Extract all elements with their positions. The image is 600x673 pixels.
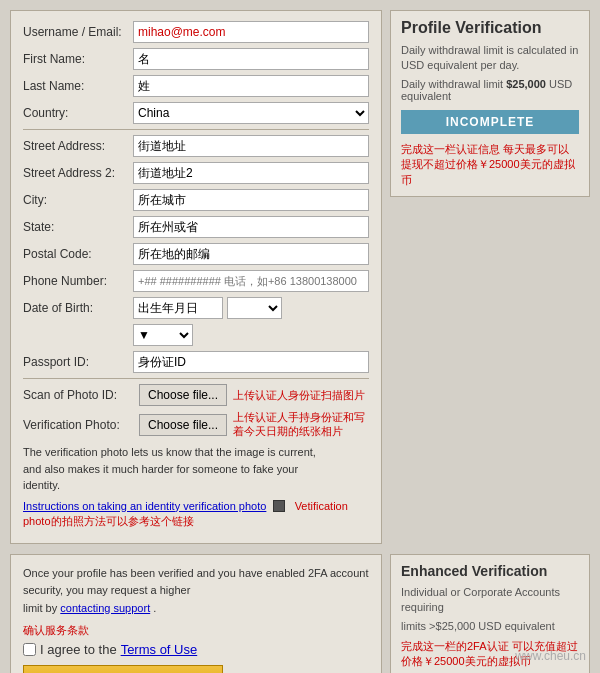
bottom-left-panel: Once your profile has been verified and …	[10, 554, 382, 674]
passport-input[interactable]	[133, 351, 369, 373]
bottom-text4: .	[153, 602, 156, 614]
lastname-label: Last Name:	[23, 79, 133, 93]
watermark: www.cheu.cn	[515, 649, 586, 663]
pv-limit-text: Daily withdrawal limit	[401, 78, 503, 90]
street2-row: Street Address 2:	[23, 162, 369, 184]
scan-choose-button[interactable]: Choose file...	[139, 384, 227, 406]
street-input[interactable]	[133, 135, 369, 157]
verification-text2: and also makes it much harder for someon…	[23, 463, 298, 475]
gender-select[interactable]: ▼	[133, 324, 193, 346]
verification-note: 上传认证人手持身份证和写着今天日期的纸张相片	[233, 411, 369, 439]
pv-note: 完成这一栏认证信息 每天最多可以提现不超过价格￥25000美元的虚拟币	[401, 142, 579, 188]
bottom-text: Once your profile has been verified and …	[23, 565, 369, 618]
firstname-row: First Name:	[23, 48, 369, 70]
postal-label: Postal Code:	[23, 247, 133, 261]
bottom-text3: limit by	[23, 602, 57, 614]
instructions-link[interactable]: Instructions on taking an identity verif…	[23, 500, 266, 512]
street2-input[interactable]	[133, 162, 369, 184]
ev-desc2: limits >$25,000 USD equivalent	[401, 619, 579, 634]
city-row: City:	[23, 189, 369, 211]
bottom-text1: Once your profile has been verified and …	[23, 567, 263, 579]
terms-note: 确认服务条款	[23, 623, 369, 638]
agree-row: I agree to the Terms of Use	[23, 642, 369, 657]
dob-year-select[interactable]	[227, 297, 282, 319]
checkbox-icon	[273, 500, 285, 512]
city-input[interactable]	[133, 189, 369, 211]
country-select[interactable]: China	[133, 102, 369, 124]
dob-inputs	[133, 297, 282, 319]
incomplete-button[interactable]: INCOMPLETE	[401, 110, 579, 134]
phone-label: Phone Number:	[23, 274, 133, 288]
verification-choose-button[interactable]: Choose file...	[139, 414, 227, 436]
username-label: Username / Email:	[23, 25, 133, 39]
verification-photo-label: Verification Photo:	[23, 418, 133, 432]
street-label: Street Address:	[23, 139, 133, 153]
ev-title: Enhanced Verification	[401, 563, 579, 579]
dob-row: Date of Birth:	[23, 297, 369, 319]
country-label: Country:	[23, 106, 133, 120]
ev-desc1: Individual or Corporate Accounts requiri…	[401, 585, 579, 616]
state-label: State:	[23, 220, 133, 234]
phone-input[interactable]	[133, 270, 369, 292]
pv-title: Profile Verification	[401, 19, 579, 37]
passport-row: Passport ID:	[23, 351, 369, 373]
username-row: Username / Email:	[23, 21, 369, 43]
agree-checkbox[interactable]	[23, 643, 36, 656]
postal-input[interactable]	[133, 243, 369, 265]
pv-limit: Daily withdrawal limit $25,000 USD equiv…	[401, 78, 579, 102]
pv-limit-amount: $25,000	[506, 78, 546, 90]
phone-row: Phone Number:	[23, 270, 369, 292]
gender-row: ▼	[133, 324, 369, 346]
country-row: Country: China	[23, 102, 369, 124]
terms-link[interactable]: Terms of Use	[121, 642, 198, 657]
passport-label: Passport ID:	[23, 355, 133, 369]
dob-input[interactable]	[133, 297, 223, 319]
scan-note: 上传认证人身份证扫描图片	[233, 388, 365, 403]
firstname-input[interactable]	[133, 48, 369, 70]
street2-label: Street Address 2:	[23, 166, 133, 180]
state-input[interactable]	[133, 216, 369, 238]
instructions-row: Instructions on taking an identity verif…	[23, 498, 369, 529]
city-label: City:	[23, 193, 133, 207]
lastname-row: Last Name:	[23, 75, 369, 97]
postal-row: Postal Code:	[23, 243, 369, 265]
state-row: State:	[23, 216, 369, 238]
scan-row: Scan of Photo ID: Choose file... 上传认证人身份…	[23, 384, 369, 406]
scan-label: Scan of Photo ID:	[23, 388, 133, 402]
street-row: Street Address:	[23, 135, 369, 157]
verification-photo-row: Verification Photo: Choose file... 上传认证人…	[23, 411, 369, 439]
username-input[interactable]	[133, 21, 369, 43]
verification-text1: The verification photo lets us know that…	[23, 446, 316, 458]
firstname-label: First Name:	[23, 52, 133, 66]
dob-label: Date of Birth:	[23, 301, 133, 315]
lastname-input[interactable]	[133, 75, 369, 97]
agree-text: I agree to the	[40, 642, 117, 657]
verification-text3: identity.	[23, 479, 60, 491]
contacting-support-link[interactable]: contacting support	[60, 602, 150, 614]
profile-verification-box: Profile Verification Daily withdrawal li…	[390, 10, 590, 197]
pv-desc: Daily withdrawal limit is calculated in …	[401, 43, 579, 74]
verification-note-block: The verification photo lets us know that…	[23, 444, 369, 494]
save-profile-button[interactable]: Save Profile	[23, 665, 223, 673]
